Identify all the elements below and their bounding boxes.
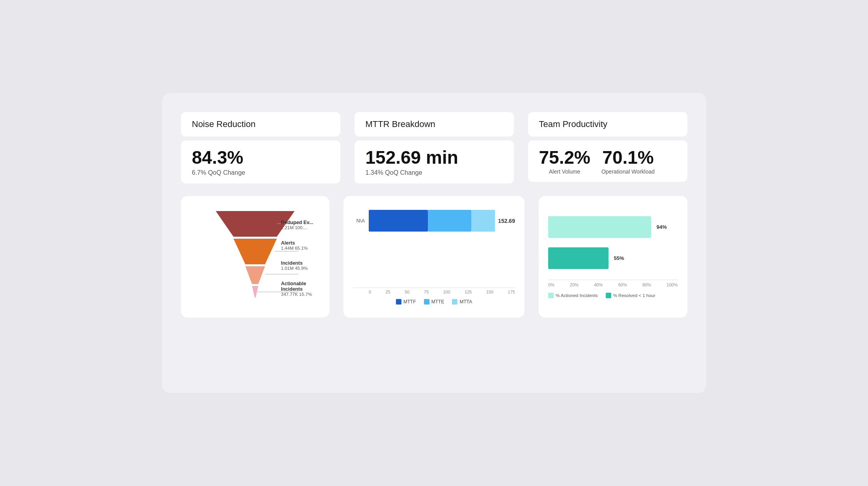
- mttf-legend-dot: [396, 299, 401, 305]
- mttr-value-card: 152.69 min 1.34% QoQ Change: [355, 140, 514, 183]
- mttr-bars-group: 152.69: [369, 210, 515, 232]
- operational-workload-group: 70.1% Operational Workload: [601, 148, 655, 175]
- mttr-chart: N\A 152.69 0: [353, 207, 515, 302]
- noise-reduction-title-card: Noise Reduction: [181, 112, 340, 136]
- funnel-container: Deduped Ev... 2.21M 100.... Alerts 1.44M…: [190, 207, 320, 310]
- bottom-charts-row: Deduped Ev... 2.21M 100.... Alerts 1.44M…: [181, 196, 687, 318]
- noise-reduction-title: Noise Reduction: [192, 119, 256, 129]
- actioned-legend-item: % Actioned Incidents: [548, 293, 598, 298]
- funnel-chart-card: Deduped Ev... 2.21M 100.... Alerts 1.44M…: [181, 196, 330, 318]
- x-label-75: 75: [424, 290, 429, 294]
- prod-x-100: 100%: [666, 282, 678, 287]
- mttf-bar: [369, 210, 428, 232]
- mttf-legend-item: MTTF: [396, 299, 416, 305]
- mttr-breakdown-group: MTTR Breakdown 152.69 min 1.34% QoQ Chan…: [355, 112, 514, 183]
- x-label-150: 150: [486, 290, 493, 294]
- mttr-value: 152.69 min: [366, 148, 503, 168]
- team-productivity-values: 75.2% Alert Volume 70.1% Operational Wor…: [539, 148, 676, 175]
- noise-reduction-value-card: 84.3% 6.7% QoQ Change: [181, 140, 340, 183]
- resolved-bar-label: 55%: [614, 255, 624, 261]
- team-productivity-title: Team Productivity: [539, 119, 608, 129]
- noise-reduction-group: Noise Reduction 84.3% 6.7% QoQ Change: [181, 112, 340, 183]
- resolved-bar: 55%: [548, 247, 609, 269]
- x-label-175: 175: [508, 290, 515, 294]
- mtte-legend-item: MTTE: [424, 299, 444, 305]
- mtte-legend-label: MTTE: [431, 299, 444, 305]
- prod-row-1: 94%: [548, 216, 678, 238]
- mttr-bars-area: N\A 152.69: [353, 207, 515, 286]
- actioned-bar: 94%: [548, 216, 651, 238]
- funnel-labels: Deduped Ev... 2.21M 100.... Alerts 1.44M…: [281, 207, 320, 310]
- prod-x-60: 60%: [618, 282, 627, 287]
- mttf-legend-label: MTTF: [403, 299, 416, 305]
- prod-x-40: 40%: [594, 282, 603, 287]
- resolved-legend-label: % Resolved < 1 hour: [613, 293, 655, 298]
- operational-value: 70.1%: [602, 148, 653, 168]
- mttr-bar-row: N\A 152.69: [353, 207, 515, 235]
- mttr-title: MTTR Breakdown: [366, 119, 435, 129]
- mttr-title-card: MTTR Breakdown: [355, 112, 514, 136]
- prod-legend: % Actioned Incidents % Resolved < 1 hour: [548, 293, 678, 298]
- operational-label: Operational Workload: [601, 168, 655, 175]
- svg-marker-1: [233, 239, 277, 264]
- mttr-chart-card: N\A 152.69 0: [343, 196, 525, 318]
- resolved-legend-item: % Resolved < 1 hour: [606, 293, 655, 298]
- mtte-legend-dot: [424, 299, 429, 305]
- funnel-label-1: Deduped Ev... 2.21M 100....: [281, 220, 320, 230]
- top-metrics-row: Noise Reduction 84.3% 6.7% QoQ Change MT…: [181, 112, 687, 183]
- mtta-bar: [471, 210, 495, 232]
- funnel-label-4: Actionable Incidents 347.77K 15.7%: [281, 281, 320, 297]
- x-label-50: 50: [405, 290, 409, 294]
- funnel-label-2: Alerts 1.44M 65.1%: [281, 240, 320, 250]
- prod-bars-area: 94% 55%: [548, 207, 678, 278]
- prod-axis-line: [548, 280, 678, 280]
- alert-volume-value: 75.2%: [539, 148, 590, 168]
- team-productivity-group: Team Productivity 75.2% Alert Volume 70.…: [528, 112, 687, 183]
- svg-marker-2: [245, 266, 265, 284]
- team-productivity-title-card: Team Productivity: [528, 112, 687, 136]
- actioned-legend-dot: [548, 293, 554, 298]
- x-axis-labels: 0 25 50 75 100 125 150 175: [353, 290, 515, 294]
- alert-volume-group: 75.2% Alert Volume: [539, 148, 590, 175]
- prod-row-2: 55%: [548, 247, 678, 269]
- x-axis-line: [353, 288, 515, 288]
- mttr-legend: MTTF MTTE MTTA: [353, 299, 515, 305]
- team-productivity-chart-card: 94% 55% 0% 20% 40% 60% 80%: [539, 196, 687, 318]
- mttr-sub: 1.34% QoQ Change: [366, 169, 503, 176]
- prod-x-axis: 0% 20% 40% 60% 80% 100%: [548, 282, 678, 287]
- prod-x-80: 80%: [642, 282, 651, 287]
- prod-x-20: 20%: [570, 282, 579, 287]
- mttr-total-val: 152.69: [498, 218, 515, 224]
- x-label-100: 100: [443, 290, 450, 294]
- dashboard: Noise Reduction 84.3% 6.7% QoQ Change MT…: [162, 93, 706, 393]
- actioned-bar-label: 94%: [657, 224, 667, 230]
- team-productivity-value-card: 75.2% Alert Volume 70.1% Operational Wor…: [528, 140, 687, 182]
- alert-volume-label: Alert Volume: [549, 168, 580, 175]
- mtta-legend-item: MTTA: [452, 299, 472, 305]
- prod-chart: 94% 55% 0% 20% 40% 60% 80%: [548, 207, 678, 298]
- x-label-125: 125: [465, 290, 472, 294]
- prod-x-0: 0%: [548, 282, 554, 287]
- funnel-label-3: Incidents 1.01M 45.9%: [281, 260, 320, 271]
- x-label-25: 25: [386, 290, 390, 294]
- noise-reduction-sub: 6.7% QoQ Change: [192, 169, 329, 176]
- mttr-row-label: N\A: [353, 218, 365, 224]
- actioned-legend-label: % Actioned Incidents: [556, 293, 598, 298]
- mtta-legend-label: MTTA: [459, 299, 472, 305]
- noise-reduction-value: 84.3%: [192, 148, 329, 168]
- resolved-legend-dot: [606, 293, 611, 298]
- x-label-0: 0: [369, 290, 371, 294]
- mtte-bar: [428, 210, 471, 232]
- mtta-legend-dot: [452, 299, 457, 305]
